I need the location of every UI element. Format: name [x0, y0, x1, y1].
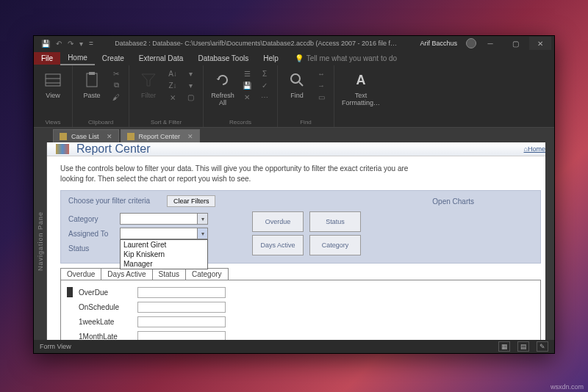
doctab-report-center[interactable]: Report Center ✕ — [121, 129, 201, 142]
assigned-to-label: Assigned To — [68, 230, 120, 238]
form-view-icon[interactable]: ▦ — [498, 341, 510, 352]
detail-row: OnSchedule — [67, 300, 534, 314]
select-icon[interactable]: ▭ — [315, 92, 328, 102]
new-record-icon[interactable]: ☰ — [240, 68, 254, 79]
category-chart-button[interactable]: Category — [309, 235, 361, 255]
dropdown-option[interactable]: Kip Kniskern — [121, 250, 207, 259]
record-selector[interactable] — [67, 287, 73, 297]
form-header: Report Center ⌂Home — [47, 142, 554, 156]
close-tab-icon[interactable]: ✕ — [187, 133, 193, 140]
clear-filters-button[interactable]: Clear Filters — [167, 195, 216, 207]
text-a-icon: A — [351, 70, 371, 90]
lightbulb-icon: 💡 — [295, 54, 304, 62]
avatar[interactable] — [466, 38, 476, 48]
chevron-down-icon[interactable]: ▾ — [197, 214, 207, 224]
form-icon — [60, 133, 67, 140]
tab-home[interactable]: Home — [60, 51, 95, 65]
form-content: Report Center ⌂Home Use the controls bel… — [47, 142, 554, 340]
chart-logo-icon — [56, 144, 69, 154]
ribbon: View Views Paste ✂ ⧉ 🖌 Clipboard — [34, 65, 554, 128]
toggle-filter-icon: ▢ — [184, 92, 197, 102]
svg-line-6 — [299, 82, 303, 86]
group-views-label: Views — [40, 117, 66, 126]
document-tabs: Case List ✕ Report Center ✕ — [34, 128, 554, 142]
close-button[interactable]: ✕ — [529, 37, 551, 50]
assigned-to-combo[interactable]: ▾ Laurent Giret Kip Kniskern Manager — [120, 228, 208, 239]
sort-desc-icon: Z↓ — [166, 80, 179, 90]
form-icon — [127, 133, 135, 140]
tab-help[interactable]: Help — [256, 52, 286, 65]
redo-icon[interactable]: ↷ — [68, 40, 74, 48]
totals-icon[interactable]: Σ — [258, 68, 271, 79]
layout-view-icon[interactable]: ▤ — [517, 341, 529, 352]
open-charts-label: Open Charts — [432, 197, 474, 206]
weeklate-field[interactable] — [137, 316, 226, 327]
close-tab-icon[interactable]: ✕ — [107, 133, 112, 140]
subtabs: Overdue Days Active Status Category — [60, 268, 541, 280]
group-find-label: Find — [284, 117, 328, 126]
subtab-days-active[interactable]: Days Active — [101, 268, 152, 280]
titlebar: 💾 ↶ ↷ ▾ = Database2 : Database- C:\Users… — [34, 36, 554, 51]
window-title: Database2 : Database- C:\Users\arifb\Doc… — [98, 40, 415, 47]
tab-external-data[interactable]: External Data — [132, 52, 191, 65]
category-combo[interactable]: ▾ — [120, 213, 208, 225]
datasheet-icon — [43, 70, 63, 90]
replace-icon[interactable]: ↔ — [315, 68, 328, 79]
filter-button: Filter — [135, 68, 162, 101]
undo-icon[interactable]: ↶ — [56, 40, 62, 48]
account-name[interactable]: Arif Bacchus — [414, 40, 463, 47]
detail-row: OverDue — [67, 285, 534, 300]
format-painter-icon: 🖌 — [110, 92, 123, 102]
selection-icon: ▾ — [184, 68, 197, 79]
spelling-icon[interactable]: ✓ — [258, 80, 271, 90]
refresh-all-button[interactable]: Refresh All — [209, 68, 236, 108]
save-record-icon[interactable]: 💾 — [240, 80, 254, 90]
qat-dropdown-icon[interactable]: ▾ — [79, 40, 83, 48]
category-label: Category — [68, 215, 120, 223]
more-records-icon[interactable]: ⋯ — [258, 92, 271, 102]
quick-access-toolbar: 💾 ↶ ↷ ▾ = — [37, 40, 98, 48]
save-icon[interactable]: 💾 — [41, 40, 50, 48]
view-button[interactable]: View — [40, 68, 66, 101]
page-title: Report Center — [76, 142, 151, 156]
minimize-button[interactable]: ─ — [479, 37, 501, 50]
tab-database-tools[interactable]: Database Tools — [190, 52, 256, 65]
goto-icon[interactable]: → — [315, 80, 328, 90]
text-formatting-button[interactable]: A Text Formatting… — [340, 68, 381, 108]
dropdown-option[interactable]: Manager — [121, 259, 207, 269]
find-button[interactable]: Find — [284, 68, 310, 101]
cut-icon: ✂ — [110, 68, 123, 79]
subtab-status[interactable]: Status — [152, 268, 186, 280]
onschedule-field[interactable] — [137, 302, 226, 313]
maximize-button[interactable]: ▢ — [504, 37, 526, 50]
overdue-chart-button[interactable]: Overdue — [252, 211, 304, 232]
tab-file[interactable]: File — [34, 52, 60, 65]
navigation-pane-collapsed[interactable]: Navigation Pane — [34, 142, 47, 340]
doctab-case-list[interactable]: Case List ✕ — [53, 129, 119, 142]
svg-point-5 — [291, 74, 300, 83]
overdue-field[interactable] — [137, 287, 226, 298]
filter-panel: Choose your filter criteria Clear Filter… — [60, 190, 541, 264]
app-window: 💾 ↶ ↷ ▾ = Database2 : Database- C:\Users… — [33, 35, 555, 354]
delete-record-icon: ✕ — [240, 92, 254, 102]
days-active-chart-button[interactable]: Days Active — [252, 235, 304, 255]
tab-create[interactable]: Create — [95, 52, 132, 65]
paste-button[interactable]: Paste — [79, 68, 105, 101]
home-link[interactable]: ⌂Home — [524, 145, 545, 153]
dropdown-option[interactable]: Laurent Giret — [121, 240, 207, 250]
design-view-icon[interactable]: ✎ — [537, 341, 548, 352]
qat-separator: = — [89, 40, 93, 48]
status-chart-button[interactable]: Status — [309, 211, 361, 232]
detail-row: 1MonthLate — [67, 329, 534, 340]
chevron-down-icon[interactable]: ▾ — [197, 228, 207, 239]
group-sortfilter-label: Sort & Filter — [135, 117, 197, 126]
sort-asc-icon: A↓ — [166, 68, 179, 79]
tell-me-search[interactable]: 💡 Tell me what you want to do — [295, 54, 397, 62]
subtab-category[interactable]: Category — [185, 268, 229, 280]
refresh-icon — [212, 70, 233, 90]
subtab-overdue[interactable]: Overdue — [60, 268, 101, 280]
detail-row: 1weekLate — [67, 314, 534, 329]
monthlate-field[interactable] — [137, 331, 226, 341]
ribbon-tabs: File Home Create External Data Database … — [34, 51, 554, 65]
svg-rect-3 — [87, 73, 97, 87]
